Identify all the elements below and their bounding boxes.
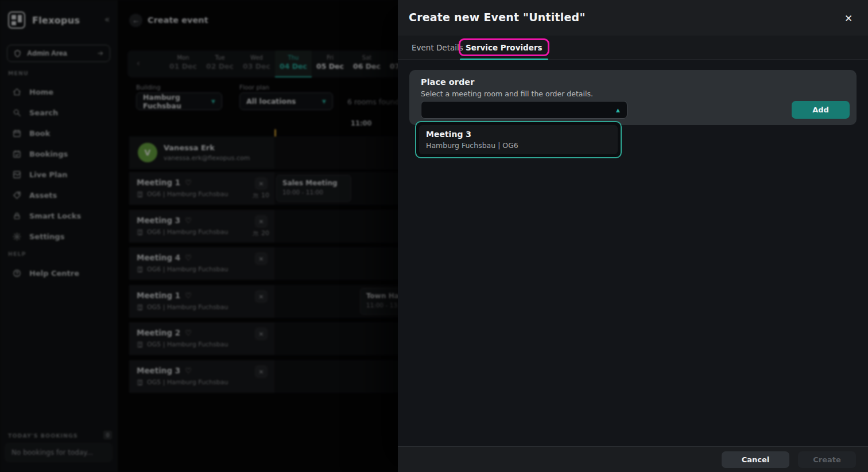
- option-room-name: Meeting 3: [426, 130, 611, 139]
- date-cell-thu-selected[interactable]: Thu04 Dec: [275, 50, 312, 77]
- logo-row: Flexopus «: [8, 11, 111, 30]
- admin-area-button[interactable]: Admin Area: [7, 45, 110, 62]
- create-button[interactable]: Create: [798, 451, 856, 468]
- remove-room-button[interactable]: ✕: [255, 252, 268, 265]
- rooms-found-text: 6 rooms found: [347, 97, 400, 106]
- close-icon: ✕: [259, 256, 264, 262]
- gear-icon: [13, 232, 21, 241]
- close-icon: ✕: [844, 13, 852, 25]
- building-label: Building: [136, 84, 161, 91]
- building-icon: [137, 341, 144, 348]
- floor-plan-select[interactable]: All locations ▼: [239, 92, 333, 110]
- sidebar-item-live-plan[interactable]: Live Plan: [0, 164, 118, 185]
- remove-room-button[interactable]: ✕: [255, 215, 268, 228]
- favorite-heart-icon[interactable]: ♡: [185, 178, 192, 187]
- remove-room-button[interactable]: ✕: [255, 177, 268, 190]
- building-icon: [137, 304, 144, 311]
- sidebar-nav: Home Search Book Bookings Live Plan Asse…: [0, 81, 118, 247]
- sidebar-item-search[interactable]: Search: [0, 102, 118, 123]
- building-icon: [137, 191, 144, 198]
- sidebar-help-nav: Help Centre: [0, 263, 118, 283]
- chevron-left-icon[interactable]: ‹: [137, 58, 140, 68]
- favorite-heart-icon[interactable]: ♡: [185, 291, 192, 300]
- remove-room-button[interactable]: ✕: [255, 327, 268, 340]
- place-order-subtitle: Select a meeting room and fill the order…: [421, 89, 593, 98]
- add-button[interactable]: Add: [792, 101, 850, 119]
- flexopus-logo-icon: [8, 11, 25, 29]
- no-bookings-message: No bookings for today...: [5, 443, 113, 462]
- admin-area-label: Admin Area: [27, 49, 67, 57]
- event-block[interactable]: Sales Meeting 10:00 - 11:00: [276, 175, 351, 202]
- room-name: Meeting 1: [137, 291, 180, 300]
- sidebar-item-book[interactable]: Book: [0, 123, 118, 143]
- tab-event-details[interactable]: Event Details: [409, 36, 466, 60]
- room-location: OG5 | Hamburg Fuchsbau: [147, 341, 228, 348]
- sidebar-item-label: Assets: [29, 191, 57, 200]
- sidebar-item-help-centre[interactable]: Help Centre: [0, 263, 118, 283]
- sidebar-item-home[interactable]: Home: [0, 81, 118, 102]
- room-name: Meeting 1: [137, 178, 180, 187]
- room-name: Meeting 3: [137, 366, 180, 375]
- room-capacity: 20: [261, 229, 269, 237]
- sidebar-item-label: Settings: [29, 232, 64, 241]
- place-order-card: Place order Select a meeting room and fi…: [409, 70, 857, 125]
- dropdown-option-meeting-3[interactable]: Meeting 3 Hamburg Fuchsbau | OG6: [419, 125, 618, 154]
- modal-tabbar: Event Details Service Providers: [398, 36, 868, 60]
- shield-icon: [13, 49, 22, 58]
- page-title: Create event: [148, 15, 208, 25]
- active-tab-underline: [460, 58, 548, 60]
- room-name: Meeting 2: [137, 328, 180, 337]
- app-name: Flexopus: [32, 15, 80, 26]
- date-cell-wed[interactable]: Wed03 Dec: [238, 50, 275, 77]
- back-button[interactable]: ←: [129, 14, 142, 27]
- user-name: Vanessa Erk: [164, 143, 215, 152]
- favorite-heart-icon[interactable]: ♡: [185, 253, 192, 262]
- close-icon: ✕: [259, 294, 264, 300]
- building-select[interactable]: Hamburg Fuchsbau ▼: [136, 92, 222, 110]
- chevron-up-icon: ▲: [616, 107, 620, 113]
- create-event-modal: Create new Event "Untitled" ✕ Event Deta…: [398, 0, 868, 472]
- book-icon: [13, 129, 21, 138]
- menu-section-label: MENU: [8, 70, 29, 76]
- date-cell-mon[interactable]: Mon01 Dec: [165, 50, 202, 77]
- room-location: OG6 | Hamburg Fuchsbau: [147, 190, 228, 198]
- cancel-button[interactable]: Cancel: [722, 451, 789, 468]
- sidebar-item-smart-locks[interactable]: Smart Locks: [0, 205, 118, 226]
- sidebar-item-bookings[interactable]: Bookings: [0, 143, 118, 164]
- sidebar-item-label: Bookings: [29, 150, 68, 158]
- date-cell-fri[interactable]: Fri05 Dec: [312, 50, 348, 77]
- favorite-heart-icon[interactable]: ♡: [185, 216, 192, 225]
- tab-service-providers[interactable]: Service Providers: [463, 36, 545, 60]
- sidebar-item-assets[interactable]: Assets: [0, 185, 118, 205]
- floor-plan-label: Floor plan: [239, 84, 269, 91]
- favorite-heart-icon[interactable]: ♡: [185, 366, 192, 375]
- date-cell-sat[interactable]: Sat06 Dec: [348, 50, 385, 77]
- modal-close-button[interactable]: ✕: [842, 11, 855, 25]
- assets-icon: [13, 191, 21, 200]
- sidebar-item-label: Smart Locks: [29, 212, 81, 220]
- date-cell-tue[interactable]: Tue02 Dec: [202, 50, 238, 77]
- close-icon: ✕: [259, 219, 264, 225]
- meeting-room-select[interactable]: ▲: [421, 101, 627, 119]
- remove-room-button[interactable]: ✕: [255, 365, 268, 378]
- timeline-time-label: 11:00: [351, 119, 372, 127]
- modal-footer: Cancel Create: [398, 446, 868, 472]
- sidebar-collapse-icon[interactable]: «: [104, 14, 110, 25]
- room-name: Meeting 4: [137, 253, 180, 262]
- remove-room-button[interactable]: ✕: [255, 290, 268, 303]
- search-icon: [13, 108, 21, 117]
- todays-bookings-label: TODAY'S BOOKINGS: [8, 432, 78, 439]
- chevron-down-icon: ▼: [211, 99, 215, 104]
- avatar: V: [138, 143, 157, 162]
- building-icon: [137, 266, 144, 273]
- sidebar-item-label: Search: [29, 108, 58, 117]
- building-icon: [137, 379, 144, 386]
- favorite-heart-icon[interactable]: ♡: [185, 329, 192, 337]
- room-location: OG5 | Hamburg Fuchsbau: [147, 303, 228, 311]
- sidebar-item-settings[interactable]: Settings: [0, 226, 118, 247]
- sidebar-item-label: Live Plan: [29, 170, 68, 179]
- option-room-location: Hamburg Fuchsbau | OG6: [426, 141, 611, 150]
- close-icon: ✕: [259, 369, 264, 375]
- sidebar-item-label: Book: [29, 129, 50, 138]
- bookings-icon: [13, 150, 21, 158]
